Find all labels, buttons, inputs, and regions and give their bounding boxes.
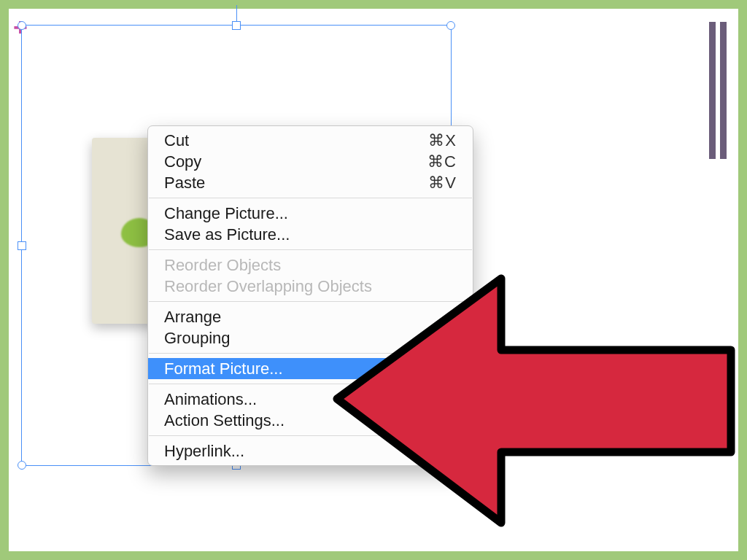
menu-cut-shortcut: ⌘X	[428, 131, 457, 150]
slide-canvas[interactable]: + Cut ⌘X Copy ⌘C Paste ⌘V Change Picture…	[9, 9, 738, 551]
resize-handle-tr[interactable]	[446, 21, 455, 30]
menu-paste[interactable]: Paste ⌘V	[148, 172, 473, 193]
menu-paste-label: Paste	[164, 174, 428, 192]
resize-handle-tl[interactable]	[18, 21, 26, 30]
side-bar	[709, 22, 716, 159]
menu-change-picture[interactable]: Change Picture...	[148, 203, 473, 224]
menu-hyperlink-label: Hyperlink...	[164, 442, 428, 461]
menu-grouping-label: Grouping	[164, 329, 457, 348]
rotation-stem	[236, 5, 237, 21]
menu-reorder-objects-label: Reorder Objects	[164, 256, 457, 275]
submenu-arrow-icon: ▶	[449, 311, 457, 323]
menu-separator	[149, 384, 472, 384]
menu-reorder-objects: Reorder Objects	[148, 254, 473, 276]
menu-separator	[149, 249, 472, 250]
menu-animations-label: Animations...	[164, 390, 457, 409]
resize-handle-bl[interactable]	[18, 461, 26, 470]
menu-format-picture-label: Format Picture...	[164, 359, 457, 378]
resize-handle-tc[interactable]	[232, 21, 241, 30]
menu-save-as-picture[interactable]: Save as Picture...	[148, 224, 473, 245]
menu-paste-shortcut: ⌘V	[428, 174, 457, 192]
right-side-bars	[709, 22, 727, 159]
menu-animations[interactable]: Animations...	[148, 389, 473, 410]
menu-save-as-picture-label: Save as Picture...	[164, 225, 457, 244]
context-menu: Cut ⌘X Copy ⌘C Paste ⌘V Change Picture..…	[147, 125, 473, 466]
menu-cut[interactable]: Cut ⌘X	[148, 130, 473, 151]
menu-copy-shortcut: ⌘C	[427, 152, 457, 171]
menu-format-picture[interactable]: Format Picture...	[148, 358, 473, 379]
menu-separator	[149, 198, 472, 198]
menu-arrange-label: Arrange	[164, 308, 441, 327]
menu-action-settings-label: Action Settings...	[164, 411, 457, 430]
menu-copy-label: Copy	[164, 152, 427, 171]
menu-separator	[149, 435, 472, 436]
menu-separator	[149, 353, 472, 354]
menu-change-picture-label: Change Picture...	[164, 204, 457, 223]
resize-handle-ml[interactable]	[18, 241, 26, 250]
menu-copy[interactable]: Copy ⌘C	[148, 151, 473, 172]
menu-grouping[interactable]: Grouping	[148, 327, 473, 349]
menu-hyperlink-shortcut: ⌘K	[428, 442, 457, 461]
menu-arrange[interactable]: Arrange ▶	[148, 306, 473, 327]
menu-hyperlink[interactable]: Hyperlink... ⌘K	[148, 440, 473, 462]
menu-action-settings[interactable]: Action Settings...	[148, 410, 473, 431]
menu-reorder-overlapping-objects-label: Reorder Overlapping Objects	[164, 277, 457, 296]
menu-cut-label: Cut	[164, 131, 428, 150]
menu-reorder-overlapping-objects: Reorder Overlapping Objects	[148, 276, 473, 297]
side-bar	[720, 22, 727, 159]
menu-separator	[149, 301, 472, 302]
